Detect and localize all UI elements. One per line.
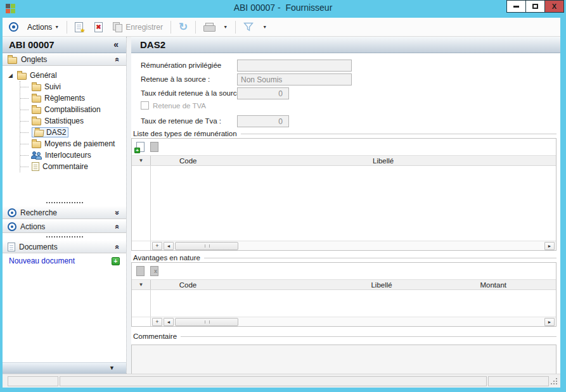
- tree-expander-icon[interactable]: ◢: [7, 73, 14, 79]
- refresh-icon: ↻: [179, 22, 188, 32]
- sidebar-header: ABI 00007 «: [3, 37, 126, 53]
- tree-item-comptabilisation[interactable]: Comptabilisation: [20, 104, 126, 115]
- chevron-double-up-icon[interactable]: «: [114, 57, 122, 61]
- resize-grip[interactable]: [550, 377, 558, 385]
- tree-connector: [20, 167, 29, 167]
- taux-tva-label: Taux de retenue de Tva :: [141, 117, 221, 125]
- scroll-right-button[interactable]: ►: [544, 242, 555, 250]
- commentaire-textarea[interactable]: [132, 345, 556, 374]
- tree-item-label: Moyens de paiement: [44, 139, 115, 148]
- remuneration-label: Rémunération privilégiée: [141, 61, 221, 69]
- sidebar: ABI 00007 « Onglets « ◢ Général Suivi: [3, 37, 126, 374]
- section-actions-label: Actions: [20, 222, 45, 231]
- add-row-button[interactable]: [136, 266, 145, 276]
- tree-connector: [20, 87, 29, 87]
- column-header-code[interactable]: Code: [151, 281, 333, 289]
- scroll-left-button[interactable]: ◄: [164, 242, 174, 250]
- delete-row-button[interactable]: [150, 142, 158, 152]
- taux-tva-field[interactable]: [237, 115, 289, 127]
- toolbar-separator: [235, 21, 236, 34]
- nouveau-document-link[interactable]: Nouveau document: [9, 256, 75, 265]
- quick-add-row-button[interactable]: +: [152, 318, 162, 326]
- window-title: ABI 00007 - Fournisseur: [0, 3, 566, 13]
- actions-menu-button[interactable]: Actions ▼: [25, 22, 61, 33]
- column-header-libelle[interactable]: Libellé: [333, 281, 392, 289]
- save-label: Enregistrer: [125, 23, 163, 32]
- toolbar: Actions ▼ ★ ✖ Enregistrer ↻ ▼: [3, 18, 560, 37]
- people-icon: [32, 151, 42, 160]
- tree-connector: [20, 121, 29, 122]
- section-divider: [3, 199, 126, 206]
- das2-form: Rémunération privilégiée Retenue à la so…: [131, 53, 560, 129]
- scroll-thumb[interactable]: [175, 318, 238, 326]
- sidebar-scroll-down-button[interactable]: ▼: [109, 365, 115, 371]
- tree-item-suivi[interactable]: Suivi: [20, 81, 126, 92]
- avantages-header: ▼ Code Libellé Montant: [132, 279, 556, 290]
- row-selector-column[interactable]: ▼: [132, 156, 151, 165]
- section-onglets[interactable]: Onglets «: [3, 53, 126, 66]
- chevron-double-up-icon[interactable]: «: [114, 244, 122, 249]
- retenue-source-field[interactable]: [237, 73, 352, 85]
- refresh-button[interactable]: ↻: [176, 21, 190, 34]
- row-selector-column[interactable]: ▼: [132, 280, 151, 289]
- page-title: DAS2: [131, 39, 165, 50]
- chevron-down-icon: ▼: [55, 25, 59, 29]
- tree-item-statistiques[interactable]: Statistiques: [20, 115, 126, 127]
- tree-item-commentaire[interactable]: Commentaire: [20, 161, 126, 172]
- section-documents[interactable]: Documents «: [3, 241, 126, 253]
- maximize-icon: [532, 4, 538, 9]
- tree-item-general[interactable]: ◢ Général: [3, 70, 126, 81]
- chevron-double-down-icon[interactable]: »: [114, 210, 122, 215]
- print-button[interactable]: ▼: [201, 22, 230, 33]
- status-cell-left: [8, 376, 58, 386]
- liste-remuneration-toolbar: +: [132, 139, 556, 155]
- filter-button[interactable]: ▼: [241, 21, 269, 33]
- tree-item-das2-selected[interactable]: DAS2: [20, 127, 126, 138]
- open-folder-icon: [34, 130, 44, 137]
- scroll-right-button[interactable]: ►: [544, 318, 555, 326]
- commentaire-group: [131, 345, 556, 374]
- column-header-montant[interactable]: Montant: [392, 281, 556, 289]
- section-recherche[interactable]: Recherche »: [3, 206, 126, 219]
- tree-item-reglements[interactable]: Règlements: [20, 92, 126, 104]
- chevron-double-up-icon[interactable]: «: [114, 224, 122, 229]
- delete-record-button[interactable]: ✖: [92, 21, 105, 34]
- folder-icon: [32, 141, 41, 148]
- folder-icon: [8, 57, 17, 64]
- remuneration-field[interactable]: [237, 60, 352, 72]
- liste-remuneration-group-title: Liste des types de rémunération: [131, 129, 556, 138]
- tree-connector: [20, 98, 29, 99]
- section-actions[interactable]: Actions «: [3, 220, 126, 233]
- scroll-left-button[interactable]: ◄: [164, 318, 174, 326]
- tree-item-label: Comptabilisation: [44, 105, 101, 114]
- column-header-libelle[interactable]: Libellé: [335, 157, 556, 165]
- add-document-button[interactable]: +: [112, 257, 120, 265]
- new-record-button[interactable]: ★: [72, 21, 86, 34]
- toolbar-separator: [170, 21, 171, 34]
- close-button[interactable]: X: [544, 0, 564, 13]
- scroll-thumb[interactable]: [175, 242, 238, 250]
- delete-row-button[interactable]: x: [150, 266, 158, 276]
- column-header-code[interactable]: Code: [151, 157, 335, 165]
- status-cell-main: [60, 376, 487, 386]
- selected-tree-item[interactable]: DAS2: [32, 127, 68, 137]
- target-icon: [8, 222, 16, 231]
- tabs-tree: ◢ Général Suivi Règlements C: [3, 66, 126, 199]
- sidebar-collapse-button[interactable]: «: [113, 39, 119, 49]
- add-row-button[interactable]: +: [136, 142, 145, 152]
- taux-reduit-field[interactable]: [237, 87, 289, 99]
- tree-item-interlocuteurs[interactable]: Interlocuteurs: [20, 149, 126, 161]
- taux-reduit-label: Taux réduit retenue à la source :: [141, 89, 245, 97]
- quick-add-row-button[interactable]: +: [152, 242, 162, 250]
- tree-item-moyens-de-paiement[interactable]: Moyens de paiement: [20, 138, 126, 149]
- folder-icon: [32, 84, 41, 91]
- retenue-tva-checkbox[interactable]: [141, 101, 149, 110]
- save-button[interactable]: Enregistrer: [110, 21, 165, 34]
- panel-splitter[interactable]: [126, 37, 131, 374]
- minimize-button[interactable]: [506, 0, 526, 13]
- statusbar: [3, 374, 560, 388]
- row-selector-icon: ▼: [138, 282, 143, 288]
- avantages-group: x ▼ Code Libellé Montant + ◄ ►: [131, 262, 556, 327]
- row-selector-icon: ▼: [139, 158, 144, 163]
- maximize-button[interactable]: [525, 0, 545, 13]
